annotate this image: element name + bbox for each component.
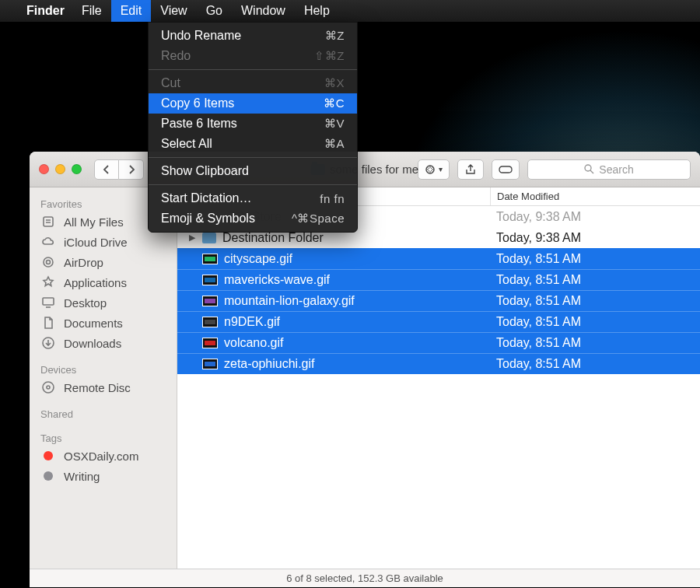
menu-item-shortcut: fn fn (320, 192, 345, 205)
disc-icon (40, 380, 56, 394)
disclosure-triangle-icon[interactable]: ▶ (188, 233, 196, 243)
menu-item-start-dictation-[interactable]: Start Dictation…fn fn (149, 188, 357, 208)
sidebar-item-icloud-drive[interactable]: iCloud Drive (30, 232, 177, 252)
menu-item-label: Undo Rename (161, 29, 241, 43)
image-file-icon (202, 317, 218, 327)
column-header-date[interactable]: Date Modified (490, 187, 700, 205)
file-date: Today, 8:51 AM (490, 336, 700, 350)
menu-help[interactable]: Help (295, 0, 339, 22)
zoom-button[interactable] (72, 164, 82, 174)
menubar: Finder FileEditViewGoWindowHelp (0, 0, 700, 22)
menu-edit[interactable]: Edit (111, 0, 152, 22)
svg-rect-5 (43, 298, 54, 305)
sidebar-item-downloads[interactable]: Downloads (30, 333, 177, 353)
sidebar: Favorites All My FilesiCloud DriveAirDro… (30, 187, 177, 569)
sidebar-item-label: OSXDaily.com (64, 450, 138, 463)
menu-window[interactable]: Window (232, 0, 295, 22)
image-file-icon (202, 359, 218, 369)
menu-go[interactable]: Go (197, 0, 232, 22)
svg-point-7 (43, 382, 54, 393)
sidebar-section-devices: Devices (30, 361, 177, 377)
apps-icon (40, 275, 56, 289)
menu-item-copy-6-items[interactable]: Copy 6 Items⌘C (149, 93, 357, 114)
menu-item-shortcut: ⌘V (324, 117, 345, 131)
menu-item-shortcut: ⌘C (324, 96, 345, 110)
file-date: Today, 8:51 AM (490, 315, 700, 329)
sidebar-item-label: iCloud Drive (64, 236, 128, 249)
cloud-icon (40, 235, 56, 249)
file-name: n9DEK.gif (224, 315, 280, 329)
sidebar-item-desktop[interactable]: Desktop (30, 292, 177, 313)
menu-item-redo: Redo⇧⌘Z (149, 46, 357, 66)
sidebar-item-label: Writing (64, 470, 100, 483)
sidebar-section-shared: Shared (30, 405, 177, 422)
menu-file[interactable]: File (72, 0, 111, 22)
downloads-icon (40, 336, 56, 350)
file-date: Today, 9:38 AM (490, 210, 700, 224)
sidebar-item-airdrop[interactable]: AirDrop (30, 252, 177, 272)
finder-window: some files for me ▾ Search Favorites All… (30, 152, 700, 587)
share-button[interactable] (457, 159, 484, 180)
file-row[interactable]: volcano.gifToday, 8:51 AM (177, 332, 700, 353)
menu-item-select-all[interactable]: Select All⌘A (149, 134, 357, 154)
sidebar-item-documents[interactable]: Documents (30, 313, 177, 333)
menu-item-label: Copy 6 Items (161, 96, 234, 110)
tag-dot-icon (40, 469, 56, 483)
close-button[interactable] (39, 164, 49, 174)
menu-view[interactable]: View (151, 0, 196, 22)
file-date: Today, 9:38 AM (490, 231, 700, 245)
menu-item-shortcut: ^⌘Space (292, 212, 345, 226)
menu-item-shortcut: ⌘Z (325, 29, 345, 43)
file-date: Today, 8:51 AM (490, 252, 700, 266)
menu-item-label: Paste 6 Items (161, 117, 237, 131)
minimize-button[interactable] (55, 164, 65, 174)
file-list: Name Date Modified .DS_StoreToday, 9:38 … (177, 187, 700, 569)
menu-separator (149, 157, 357, 158)
back-button[interactable] (94, 159, 119, 180)
desktop-icon (40, 296, 56, 310)
file-name: Destination Folder (222, 231, 324, 245)
svg-point-3 (44, 257, 53, 267)
file-name: zeta-ophiuchi.gif (224, 357, 315, 371)
menu-item-emoji-symbols[interactable]: Emoji & Symbols^⌘Space (149, 208, 357, 229)
image-file-icon (202, 296, 218, 306)
sidebar-item-remote-disc[interactable]: Remote Disc (30, 377, 177, 397)
forward-button[interactable] (119, 159, 144, 180)
svg-point-8 (47, 386, 50, 389)
svg-rect-2 (44, 217, 53, 226)
sidebar-item-label: Remote Disc (64, 381, 131, 394)
menu-separator (149, 184, 357, 185)
app-name[interactable]: Finder (19, 4, 72, 18)
folder-icon (202, 233, 216, 243)
tags-button[interactable] (492, 159, 520, 180)
menu-item-label: Show Clipboard (161, 164, 249, 178)
image-file-icon (202, 275, 218, 285)
chevron-down-icon: ▾ (439, 165, 443, 173)
file-row[interactable]: zeta-ophiuchi.gifToday, 8:51 AM (177, 353, 700, 374)
action-menu-button[interactable]: ▾ (418, 159, 450, 180)
menu-item-paste-6-items[interactable]: Paste 6 Items⌘V (149, 114, 357, 134)
menu-item-cut: Cut⌘X (149, 73, 357, 93)
search-placeholder: Search (599, 163, 633, 176)
menu-item-shortcut: ⌘X (324, 76, 345, 90)
menu-item-label: Cut (161, 76, 180, 90)
window-controls (39, 164, 82, 174)
sidebar-tag-osxdaily-com[interactable]: OSXDaily.com (30, 446, 177, 466)
menu-item-label: Start Dictation… (161, 191, 251, 205)
sidebar-item-label: AirDrop (64, 256, 103, 269)
file-name: cityscape.gif (224, 252, 292, 266)
file-row[interactable]: cityscape.gifToday, 8:51 AM (177, 248, 700, 269)
sidebar-tag-writing[interactable]: Writing (30, 466, 177, 486)
sidebar-item-applications[interactable]: Applications (30, 272, 177, 292)
file-name: volcano.gif (224, 336, 284, 350)
search-icon (584, 164, 594, 174)
tag-dot-icon (40, 449, 56, 463)
menu-item-show-clipboard[interactable]: Show Clipboard (149, 161, 357, 181)
search-field[interactable]: Search (527, 159, 691, 180)
menu-item-undo-rename[interactable]: Undo Rename⌘Z (149, 26, 357, 46)
sidebar-item-label: All My Files (64, 215, 124, 229)
file-date: Today, 8:51 AM (490, 357, 700, 371)
file-row[interactable]: n9DEK.gifToday, 8:51 AM (177, 311, 700, 332)
file-row[interactable]: mountain-lion-galaxy.gifToday, 8:51 AM (177, 290, 700, 311)
file-row[interactable]: mavericks-wave.gifToday, 8:51 AM (177, 269, 700, 290)
